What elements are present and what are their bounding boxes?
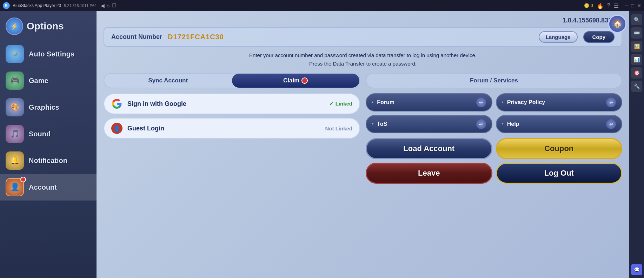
account-bar: Account Number D1721FCA1C30 Language Cop…: [104, 27, 622, 47]
sidebar-item-notification[interactable]: 🔔 Notification: [0, 147, 97, 174]
tool-btn-keyboard[interactable]: ⌨️: [631, 27, 642, 39]
help-button[interactable]: • Help ↩: [496, 115, 623, 133]
sidebar-label-account: Account: [29, 183, 57, 191]
fire-icon: 🔥: [597, 2, 604, 9]
auto-settings-icon: ⚙️: [6, 45, 24, 63]
tool-btn-settings[interactable]: 🔧: [631, 81, 642, 92]
tab-sync-account[interactable]: Sync Account: [104, 74, 232, 88]
tos-dot: •: [372, 122, 373, 127]
sidebar-logo-icon: ⚡: [6, 18, 23, 35]
version-text: 1.0.4.155698.831791: [104, 17, 622, 24]
google-linked-status: ✓ Linked: [329, 101, 352, 107]
graphics-icon: 🎨: [6, 98, 24, 116]
home-button[interactable]: 🏠: [608, 15, 626, 33]
right-panel: 🏠 🔍 ⌨️ 🖼️ 📊 🎯 🔧 💬 1.0.4.155698.831791 Ac…: [97, 11, 644, 278]
privacy-policy-button[interactable]: • Privacy Policy ↩: [496, 93, 623, 111]
minimize-btn[interactable]: ─: [625, 3, 629, 8]
help-label: Help: [507, 121, 603, 127]
sidebar-label-game: Game: [29, 77, 48, 85]
forum-dot: •: [372, 100, 373, 105]
load-account-button[interactable]: Load Account: [366, 138, 492, 159]
account-badge: [20, 177, 26, 182]
tab-claim[interactable]: Claim: [232, 74, 360, 88]
google-icon: [111, 98, 122, 109]
service-grid: • Forum ↩ • Privacy Policy ↩ • ToS ↩: [366, 93, 622, 133]
app-name: BlueStacks App Player 23: [13, 3, 61, 8]
claim-badge: [301, 77, 308, 84]
account-label: Account Number: [111, 33, 162, 41]
titlebar-right: 🪙 0 🔥 ? ☰ ─ □ ✕: [584, 2, 641, 9]
sidebar-item-sound[interactable]: 🎵 Sound: [0, 121, 97, 147]
sound-icon: 🎵: [6, 125, 24, 143]
sidebar: ⚡ Options ⚙️ Auto Settings 🎮 Game 🎨 Grap…: [0, 11, 97, 278]
sidebar-item-auto-settings[interactable]: ⚙️ Auto Settings: [0, 41, 97, 67]
google-login-option[interactable]: Sign in with Google ✓ Linked: [104, 93, 360, 114]
guest-login-label: Guest Login: [127, 125, 320, 132]
guest-linked-status: Not Linked: [325, 126, 353, 131]
app-container: ⚡ Options ⚙️ Auto Settings 🎮 Game 🎨 Grap…: [0, 11, 644, 278]
forum-button[interactable]: • Forum ↩: [366, 93, 492, 111]
coin-display: 🪙 0: [584, 3, 593, 8]
action-buttons: Load Account Coupon Leave Log Out: [366, 138, 622, 184]
game-icon: 🎮: [6, 72, 24, 90]
app-version: 5.21.615.1011 P64: [64, 4, 97, 8]
copy-button[interactable]: Copy: [583, 31, 615, 43]
main-columns: Sync Account Claim: [104, 73, 622, 184]
desc-line2: Press the Data Transfer to create a pass…: [104, 60, 622, 68]
sidebar-header: ⚡ Options: [0, 15, 97, 41]
coupon-button[interactable]: Coupon: [496, 138, 623, 159]
sidebar-label-sound: Sound: [29, 130, 51, 138]
guest-icon: 👤: [111, 123, 122, 134]
menu-icon[interactable]: ☰: [614, 2, 619, 9]
language-button[interactable]: Language: [539, 31, 578, 43]
section-tabs: Sync Account Claim: [104, 73, 360, 88]
privacy-label: Privacy Policy: [507, 99, 603, 106]
copy-nav-btn[interactable]: ❐: [112, 3, 117, 8]
titlebar: B BlueStacks App Player 23 5.21.615.1011…: [0, 0, 644, 11]
app-logo: B: [3, 2, 10, 9]
tool-btn-discord[interactable]: 💬: [631, 264, 642, 275]
logout-button[interactable]: Log Out: [496, 163, 623, 184]
forum-arrow-icon: ↩: [476, 97, 486, 107]
content-area: 1.0.4.155698.831791 Account Number D1721…: [97, 11, 629, 278]
account-number: D1721FCA1C30: [168, 33, 533, 41]
privacy-arrow-icon: ↩: [606, 97, 616, 107]
notification-icon: 🔔: [6, 151, 24, 170]
tool-btn-stats[interactable]: 📊: [631, 54, 642, 65]
privacy-dot: •: [502, 100, 504, 105]
tos-label: ToS: [377, 121, 472, 127]
tool-btn-gallery[interactable]: 🖼️: [631, 41, 642, 52]
forum-services-header: Forum / Services: [366, 73, 622, 88]
sidebar-item-account[interactable]: 👤 Account: [0, 174, 97, 201]
back-btn[interactable]: ◀: [101, 3, 105, 8]
google-login-label: Sign in with Google: [127, 100, 324, 108]
help-icon[interactable]: ?: [607, 2, 610, 9]
leave-button[interactable]: Leave: [366, 163, 492, 184]
desc-line1: Enter your account number and password c…: [104, 51, 622, 60]
sidebar-label-notification: Notification: [29, 157, 67, 165]
left-column: Sync Account Claim: [104, 73, 360, 184]
help-dot: •: [502, 122, 504, 127]
guest-login-option[interactable]: 👤 Guest Login Not Linked: [104, 118, 360, 139]
window-controls: ─ □ ✕: [625, 3, 641, 8]
forum-label: Forum: [377, 99, 472, 106]
sidebar-label-graphics: Graphics: [29, 103, 59, 111]
sidebar-item-graphics[interactable]: 🎨 Graphics: [0, 94, 97, 121]
maximize-btn[interactable]: □: [631, 3, 634, 8]
description-text: Enter your account number and password c…: [104, 51, 622, 68]
close-btn[interactable]: ✕: [637, 3, 641, 8]
sidebar-title: Options: [27, 21, 64, 32]
tool-sidebar: 🔍 ⌨️ 🖼️ 📊 🎯 🔧 💬: [629, 11, 644, 278]
right-column: Forum / Services • Forum ↩ • Privacy Pol…: [366, 73, 622, 184]
tos-arrow-icon: ↩: [476, 119, 486, 129]
help-arrow-icon: ↩: [606, 119, 616, 129]
sidebar-label-auto-settings: Auto Settings: [29, 50, 74, 58]
tool-btn-target[interactable]: 🎯: [631, 67, 642, 79]
sidebar-item-game[interactable]: 🎮 Game: [0, 67, 97, 94]
tool-btn-search[interactable]: 🔍: [631, 14, 642, 25]
tos-button[interactable]: • ToS ↩: [366, 115, 492, 133]
nav-buttons: ◀ ⌂ ❐: [101, 3, 116, 8]
home-nav-btn[interactable]: ⌂: [107, 3, 109, 8]
